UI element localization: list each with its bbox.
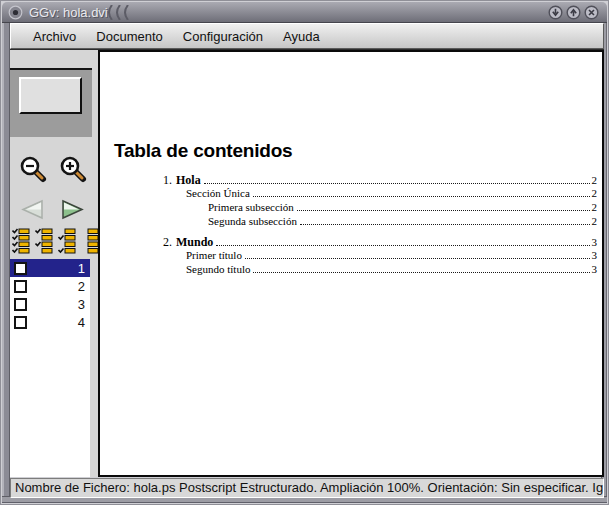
checklist-all-icon [12,228,30,255]
titlebar-grip [105,5,131,24]
right-arrow-icon [60,199,85,220]
page-number: 4 [78,315,85,330]
thumbnail-panel [10,68,92,137]
menu-archivo[interactable]: Archivo [23,26,86,47]
window-menu-icon[interactable] [8,5,23,20]
toc-dot-leader [216,245,589,246]
toc-title: Mundo [176,235,213,250]
page-row-4[interactable]: 4 [10,313,90,331]
toc-title: Hola [176,173,201,188]
table-of-contents: 1. Hola 2 Sección Única 2 Primera subsec… [163,173,597,277]
menu-configuracion[interactable]: Configuración [173,26,273,47]
select-even-pages-button[interactable] [58,228,76,259]
zoom-in-button[interactable] [59,155,88,188]
toc-entry: Primer título 3 [163,249,597,263]
sidebar: 1 2 3 4 [10,50,98,477]
page-number: 3 [78,297,85,312]
toc-number: 2. [163,235,172,250]
toc-title: Sección Única [186,187,250,199]
page-thumbnail[interactable] [19,77,82,114]
select-all-pages-button[interactable] [12,228,30,259]
checklist-odd-icon [35,228,53,255]
close-icon[interactable] [584,5,599,20]
magnifier-minus-icon [19,155,48,184]
minimize-icon[interactable] [548,5,563,20]
next-page-button[interactable] [60,199,85,224]
toc-title: Primera subsección [208,201,294,213]
checklist-none-icon [81,228,99,255]
toc-dot-leader [245,258,590,259]
page-row-3[interactable]: 3 [10,295,90,313]
toc-entry: Segunda subsección 2 [163,215,597,229]
zoom-out-button[interactable] [19,155,48,188]
toc-page-number: 2 [592,215,598,227]
toc-title: Segundo título [186,263,250,275]
document-heading: Tabla de contenidos [114,140,292,162]
page-number: 1 [78,261,85,276]
toc-title: Segunda subsección [208,215,297,227]
toc-page-number: 2 [592,174,598,186]
toc-page-number: 2 [592,187,598,199]
page-checkbox-3[interactable] [14,298,27,311]
page-checkbox-1[interactable] [14,262,27,275]
menubar: Archivo Documento Configuración Ayuda [10,23,604,49]
toc-dot-leader [204,183,590,184]
toc-page-number: 3 [592,263,598,275]
left-arrow-icon [20,199,45,220]
magnifier-plus-icon [59,155,88,184]
document-view: Tabla de contenidos 1. Hola 2 Sección Ún… [98,50,604,477]
toc-dot-leader [300,224,590,225]
titlebar[interactable]: GGv: hola.dvi [2,2,607,23]
page-row-2[interactable]: 2 [10,277,90,295]
toc-page-number: 3 [592,236,598,248]
checklist-even-icon [58,228,76,255]
window-title: GGv: hola.dvi [29,5,108,20]
toc-title: Primer título [186,249,242,261]
maximize-icon[interactable] [566,5,581,20]
toc-dot-leader [253,196,590,197]
toc-entry: Sección Única 2 [163,187,597,201]
toc-page-number: 3 [592,249,598,261]
toc-dot-leader [297,210,590,211]
page-row-1[interactable]: 1 [10,259,90,277]
toc-entry: 1. Hola 2 [163,173,597,187]
content-area: 1 2 3 4 Tabla de contenidos [10,50,604,477]
select-odd-pages-button[interactable] [35,228,53,259]
page-checkbox-4[interactable] [14,316,27,329]
status-bar: Nombre de Fichero: hola.ps Postscript Es… [10,478,604,498]
page-list: 1 2 3 4 [10,259,90,477]
page-checkbox-2[interactable] [14,280,27,293]
menu-ayuda[interactable]: Ayuda [273,26,330,47]
prev-page-button[interactable] [20,199,45,224]
toc-entry: 2. Mundo 3 [163,235,597,249]
ggv-window: GGv: hola.dvi [0,0,609,505]
toc-dot-leader [253,272,589,273]
toc-entry: Primera subsección 2 [163,201,597,215]
window-frame-left [2,23,10,503]
toc-entry: Segundo título 3 [163,263,597,277]
page-number: 2 [78,279,85,294]
deselect-all-pages-button[interactable] [81,228,99,259]
toc-page-number: 2 [592,201,598,213]
toc-number: 1. [163,173,172,188]
menu-documento[interactable]: Documento [86,26,172,47]
